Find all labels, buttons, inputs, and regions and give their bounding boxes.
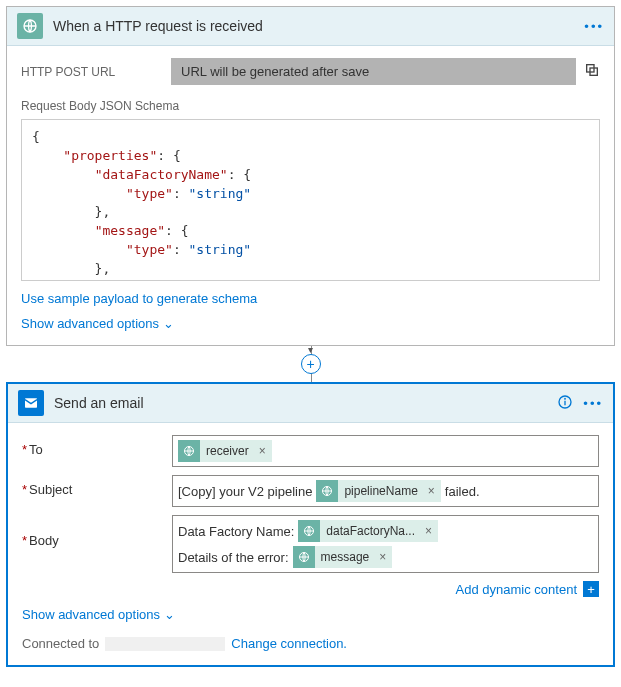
http-icon bbox=[17, 13, 43, 39]
connected-account bbox=[105, 637, 225, 651]
token-remove-icon[interactable]: × bbox=[253, 444, 272, 458]
email-advanced-toggle[interactable]: Show advanced options ⌄ bbox=[22, 607, 599, 622]
add-dynamic-content[interactable]: Add dynamic content + bbox=[22, 581, 599, 597]
token-receiver: receiver × bbox=[178, 440, 272, 462]
to-label: *To bbox=[22, 435, 172, 457]
plus-icon: + bbox=[583, 581, 599, 597]
token-pipeline-name: pipelineName × bbox=[316, 480, 440, 502]
http-url-label: HTTP POST URL bbox=[21, 65, 171, 79]
email-card: Send an email ••• *To receiver × *Subjec… bbox=[6, 382, 615, 667]
email-info-icon[interactable] bbox=[557, 394, 573, 413]
token-data-factory-name: dataFactoryNa... × bbox=[298, 520, 438, 542]
email-more-icon[interactable]: ••• bbox=[583, 396, 603, 411]
token-remove-icon[interactable]: × bbox=[422, 484, 441, 498]
change-connection-link[interactable]: Change connection. bbox=[231, 636, 347, 651]
outlook-icon bbox=[18, 390, 44, 416]
subject-input[interactable]: [Copy] your V2 pipeline pipelineName × f… bbox=[172, 475, 599, 507]
flow-connector: ▾ + bbox=[6, 346, 615, 382]
sample-payload-link[interactable]: Use sample payload to generate schema bbox=[21, 291, 257, 306]
token-remove-icon[interactable]: × bbox=[373, 550, 392, 564]
copy-url-icon[interactable] bbox=[584, 62, 600, 81]
token-remove-icon[interactable]: × bbox=[419, 524, 438, 538]
token-message: message × bbox=[293, 546, 393, 568]
email-header[interactable]: Send an email ••• bbox=[8, 384, 613, 423]
globe-icon bbox=[178, 440, 200, 462]
http-url-value: URL will be generated after save bbox=[171, 58, 576, 85]
http-more-icon[interactable]: ••• bbox=[584, 19, 604, 34]
email-title: Send an email bbox=[54, 395, 557, 411]
chevron-down-icon: ⌄ bbox=[163, 316, 174, 331]
globe-icon bbox=[293, 546, 315, 568]
connected-label: Connected to bbox=[22, 636, 99, 651]
http-trigger-header[interactable]: When a HTTP request is received ••• bbox=[7, 7, 614, 46]
body-input[interactable]: Data Factory Name: dataFactoryNa... × De… bbox=[172, 515, 599, 573]
to-input[interactable]: receiver × bbox=[172, 435, 599, 467]
schema-label: Request Body JSON Schema bbox=[21, 99, 600, 113]
svg-point-6 bbox=[565, 398, 566, 399]
body-label: *Body bbox=[22, 515, 172, 548]
globe-icon bbox=[298, 520, 320, 542]
http-trigger-card: When a HTTP request is received ••• HTTP… bbox=[6, 6, 615, 346]
chevron-down-icon: ⌄ bbox=[164, 607, 175, 622]
globe-icon bbox=[316, 480, 338, 502]
http-trigger-title: When a HTTP request is received bbox=[53, 18, 584, 34]
subject-label: *Subject bbox=[22, 475, 172, 497]
add-step-button[interactable]: + bbox=[301, 354, 321, 374]
http-advanced-toggle[interactable]: Show advanced options ⌄ bbox=[21, 316, 600, 331]
schema-editor[interactable]: { "properties": { "dataFactoryName": { "… bbox=[21, 119, 600, 281]
